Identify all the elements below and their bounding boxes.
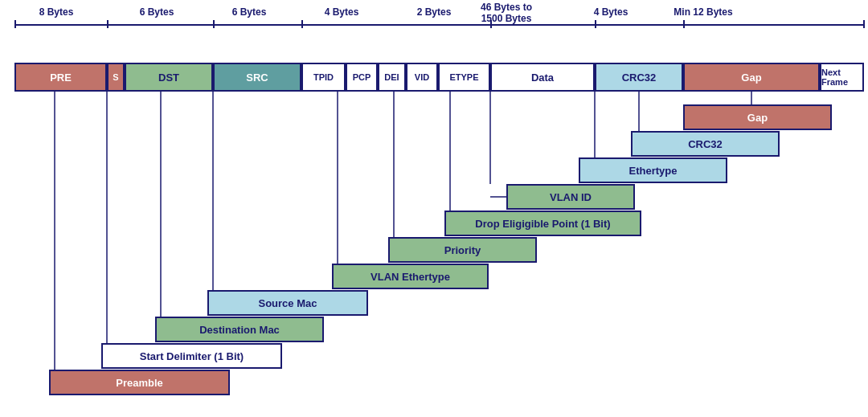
frame-box-tpid: TPID: [301, 63, 346, 92]
byte-label-46-1500: 46 Bytes to1500 Bytes: [462, 2, 551, 25]
detail-crc32: CRC32: [631, 131, 780, 157]
frame-box-pre: PRE: [14, 63, 107, 92]
tick-1: [107, 20, 108, 28]
detail-startdelim: Start Delimiter (1 Bit): [101, 343, 282, 369]
frame-box-crc32: CRC32: [595, 63, 683, 92]
frame-box-vid: VID: [406, 63, 438, 92]
byte-label-8: 8 Bytes: [20, 6, 92, 18]
detail-gap: Gap: [683, 104, 832, 130]
tick-4: [490, 20, 492, 28]
byte-label-4b: 4 Bytes: [579, 6, 643, 18]
byte-label-4a: 4 Bytes: [309, 6, 374, 18]
detail-preamble: Preamble: [49, 370, 230, 395]
byte-label-6a: 6 Bytes: [125, 6, 189, 18]
frame-box-sfd: S: [107, 63, 125, 92]
detail-destmac: Destination Mac: [155, 317, 324, 342]
detail-priority: Priority: [388, 237, 537, 263]
frame-box-dst: DST: [125, 63, 213, 92]
frame-box-gap: Gap: [683, 63, 820, 92]
ruler-line: [14, 24, 864, 26]
tick-end: [863, 20, 865, 28]
ethernet-frame-diagram: 8 Bytes 6 Bytes 6 Bytes 4 Bytes 2 Bytes …: [0, 0, 868, 417]
detail-vlanethertype: VLAN Ethertype: [332, 264, 489, 289]
byte-label-min12: Min 12 Bytes: [659, 6, 747, 18]
tick-6: [683, 20, 685, 28]
frame-box-dei: DEI: [378, 63, 406, 92]
tick-3: [301, 20, 303, 28]
frame-box-pcp: PCP: [346, 63, 378, 92]
tick-2: [213, 20, 215, 28]
tick-5: [595, 20, 596, 28]
detail-dropeligible: Drop Eligigible Point (1 Bit): [444, 211, 641, 236]
frame-box-etype: ETYPE: [438, 63, 490, 92]
frame-box-src: SRC: [213, 63, 301, 92]
frame-box-nextframe: Next Frame: [820, 63, 864, 92]
byte-label-2: 2 Bytes: [402, 6, 466, 18]
detail-ethertype: Ethertype: [579, 157, 727, 183]
frame-box-data: Data: [490, 63, 595, 92]
detail-vlanid: VLAN ID: [506, 184, 635, 210]
detail-sourcemac: Source Mac: [207, 290, 368, 316]
byte-label-6b: 6 Bytes: [217, 6, 281, 18]
tick-start: [14, 20, 16, 28]
